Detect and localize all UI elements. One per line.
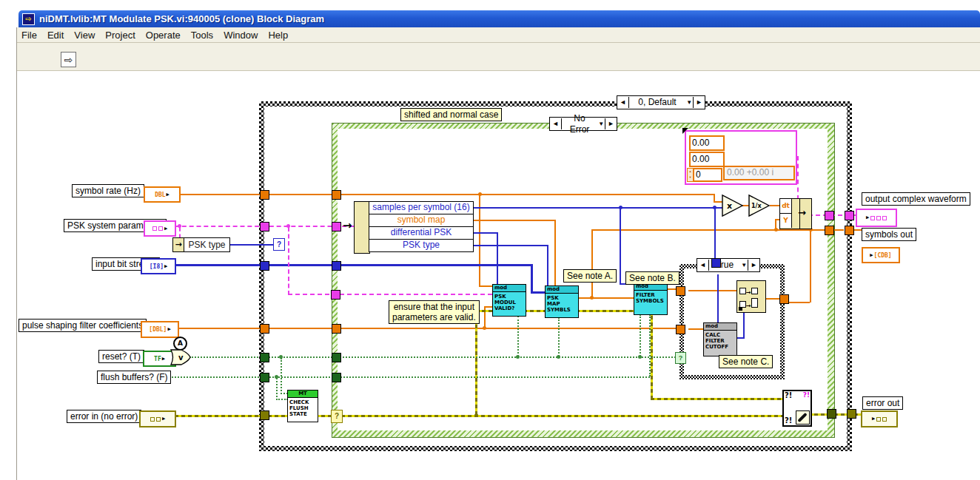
case-next-icon[interactable]: ► xyxy=(693,97,705,108)
wire-filter-coefficients xyxy=(176,328,679,329)
indicator-label-symbols-out[interactable]: symbols out xyxy=(862,228,916,241)
control-label-coefficients[interactable]: pulse shaping filter coefficients xyxy=(19,319,147,332)
case-selector-label[interactable]: No Error xyxy=(562,113,597,135)
bit-stream-terminal[interactable]: [I8]▶ xyxy=(141,258,176,274)
subvi-mt-check-flush-state[interactable]: MT CHECK FLUSH STATE xyxy=(287,390,318,422)
wire-error-filter xyxy=(651,398,782,400)
junction xyxy=(638,355,642,359)
unbundle-field-differential[interactable]: differential PSK xyxy=(369,226,474,240)
out-arrow-icon: ▶ xyxy=(167,327,170,332)
numeric-constant-1[interactable]: 0.00 xyxy=(689,135,725,151)
waveform-indicator-terminal[interactable]: ▶ xyxy=(856,209,897,227)
title-bar[interactable]: ⇨ niDMT.lvlib:MT Modulate PSK.vi:940005 … xyxy=(19,10,980,27)
case-prev-icon[interactable]: ◄ xyxy=(617,97,629,108)
out-arrow-icon: ▶ xyxy=(164,226,167,231)
subvi-filter-symbols[interactable]: mod FILTER SYMBOLS xyxy=(634,283,668,315)
outer-case-selector[interactable]: ◄ 0, Default ▼ ► xyxy=(617,95,705,109)
error-in-terminal[interactable]: ▶ xyxy=(139,410,176,427)
unbundle-field-samples[interactable]: samples per symbol (16) xyxy=(369,201,474,214)
unbundle-field-symbol-map[interactable]: symbol map xyxy=(369,214,474,227)
menu-edit[interactable]: Edit xyxy=(42,27,69,43)
unbundle-by-name-node[interactable]: samples per symbol (16) symbol map diffe… xyxy=(354,201,474,252)
wire-symbols-out xyxy=(591,229,844,231)
run-button[interactable]: ⇨ xyxy=(61,52,76,67)
terminal-type: TF xyxy=(154,356,161,362)
wire-flush-mt xyxy=(276,378,278,400)
control-label-symbol-rate[interactable]: symbol rate (Hz) xyxy=(72,184,144,197)
subvi-banner: mod xyxy=(493,285,526,292)
menu-tools[interactable]: Tools xyxy=(186,27,218,43)
true-case-selector[interactable]: ◄ True ▼ ► xyxy=(697,258,760,272)
menu-operate[interactable]: Operate xyxy=(141,27,186,43)
indicator-label-waveform[interactable]: output complex waveform xyxy=(862,192,970,206)
subvi-calc-filter-cutoff[interactable]: mod CALC FILTER CUTOFF xyxy=(703,322,737,356)
tunnel-dbl xyxy=(332,324,341,334)
cluster-glyph xyxy=(876,417,881,422)
numeric-constant-3[interactable]: 0 xyxy=(693,168,722,182)
chevron-down-icon[interactable]: ▼ xyxy=(740,260,748,271)
wire-psk-params-branch1 xyxy=(179,227,181,238)
complex-constant[interactable]: 0.00 +0.00 i xyxy=(723,166,795,180)
comment-ensure: ensure that the input parameters are val… xyxy=(389,300,480,324)
subvi-psk-modul-valid[interactable]: mod PSK MODUL VALID? xyxy=(492,284,526,317)
coefficients-terminal[interactable]: [DBL]▶ xyxy=(141,321,179,338)
subvi-psk-map-symbols[interactable]: mod PSK MAP SYMBLS xyxy=(545,285,579,318)
wire-true-inner-low xyxy=(688,328,703,330)
chevron-down-icon[interactable]: ▼ xyxy=(685,97,693,108)
wire-cluster-const xyxy=(797,156,799,200)
tunnel-clus xyxy=(331,290,340,300)
subvi-body: FILTER SYMBOLS xyxy=(634,291,667,305)
wire-true-out xyxy=(789,302,810,303)
or-gate-node[interactable]: v xyxy=(169,348,192,367)
junction xyxy=(474,413,478,417)
menu-view[interactable]: View xyxy=(69,27,100,43)
case-prev-icon[interactable]: ◄ xyxy=(550,118,562,129)
bundle-waveform-node[interactable]: dt Y → xyxy=(779,198,812,229)
corner-decoration xyxy=(682,128,688,134)
case-next-icon[interactable]: ► xyxy=(605,118,617,129)
case-next-icon[interactable]: ► xyxy=(748,260,759,271)
unbundle-psk-type[interactable]: → PSK type xyxy=(172,237,230,252)
merge-errors-node[interactable]: ?! ?! ?! xyxy=(782,390,812,427)
multiply-node[interactable]: x xyxy=(722,195,744,217)
control-label-reset[interactable]: reset? (T) xyxy=(98,350,144,363)
reciprocal-node[interactable]: 1/x xyxy=(748,195,771,217)
symbols-out-terminal[interactable]: ▶[CDB] xyxy=(862,247,900,263)
tunnel-dbl xyxy=(332,190,341,200)
out-arrow-icon: ▶ xyxy=(162,416,165,422)
menu-help[interactable]: Help xyxy=(263,27,293,43)
error-out-terminal[interactable]: ▶ xyxy=(861,410,898,427)
wire-true-out xyxy=(810,230,811,302)
case-prev-icon[interactable]: ◄ xyxy=(697,260,709,271)
unbundle-field-psk-type[interactable]: PSK type xyxy=(369,239,474,252)
chevron-down-icon[interactable]: ▼ xyxy=(597,118,605,129)
numeric-constant-2[interactable]: 0.00 xyxy=(689,152,725,167)
cluster-constant[interactable]: 0.00 0.00 ▲ ▼ 0 0.00 +0.00 i xyxy=(685,130,797,185)
symbol-rate-terminal[interactable]: DBL▶ xyxy=(144,186,181,203)
wire-psk-type-selector xyxy=(228,244,274,246)
control-label-error-in[interactable]: error in (no error) xyxy=(67,410,141,423)
window-title: niDMT.lvlib:MT Modulate PSK.vi:940005 (c… xyxy=(39,13,324,24)
window-left-border xyxy=(16,27,17,480)
indicator-label-error-out[interactable]: error out xyxy=(862,396,903,410)
array-glyph: → xyxy=(739,284,758,297)
case-selector-label[interactable]: 0, Default xyxy=(629,97,685,108)
no-error-case-selector[interactable]: ◄ No Error ▼ ► xyxy=(549,117,617,131)
psk-params-terminal[interactable]: ▶ xyxy=(144,220,176,237)
wire-calc-array xyxy=(743,309,745,339)
wire-samples-per-symbol xyxy=(472,207,722,209)
menu-file[interactable]: File xyxy=(16,27,42,43)
spin-down-icon[interactable]: ▼ xyxy=(688,175,693,180)
spin-up-icon[interactable]: ▲ xyxy=(688,169,693,175)
array-corner xyxy=(739,307,742,311)
in-arrow-icon: ▶ xyxy=(872,416,875,422)
wire-error-chain1 xyxy=(523,310,545,312)
true-case-selector-terminal: ? xyxy=(675,352,686,364)
menu-window[interactable]: Window xyxy=(218,27,263,43)
tunnel-bool xyxy=(332,373,341,382)
array-resample-node[interactable]: → → xyxy=(736,280,766,313)
control-label-flush[interactable]: flush buffers? (F) xyxy=(97,371,171,384)
menu-project[interactable]: Project xyxy=(100,27,140,43)
cluster-glyph xyxy=(882,417,887,422)
tunnel-dbl xyxy=(845,226,854,235)
